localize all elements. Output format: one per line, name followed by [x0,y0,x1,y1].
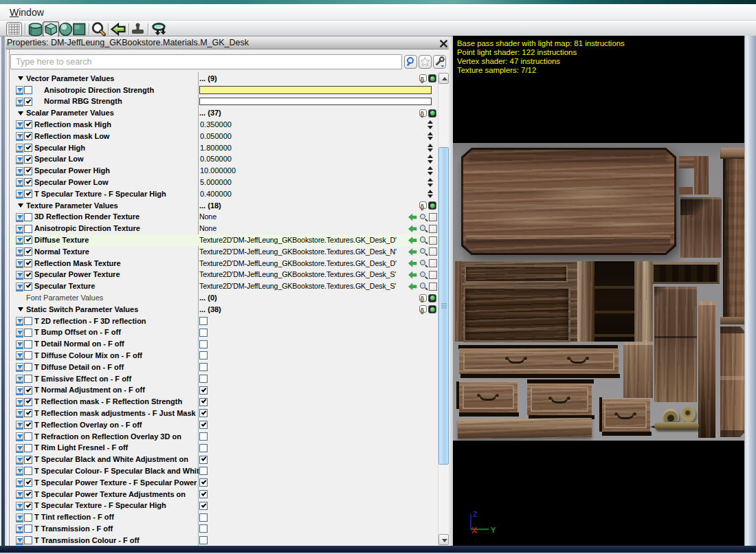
svg-text:X: X [471,526,477,535]
svg-text:Z: Z [473,510,478,518]
svg-text:Y: Y [491,526,496,534]
